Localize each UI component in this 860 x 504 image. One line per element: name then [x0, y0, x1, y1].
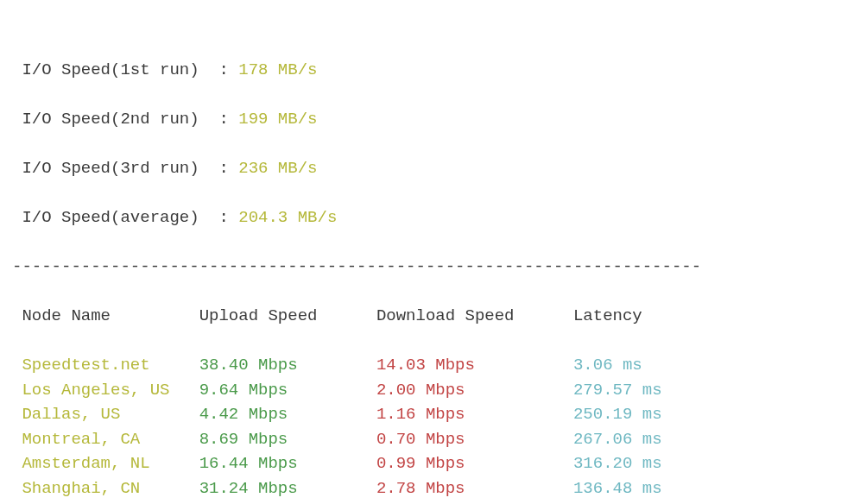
table-row: Dallas, US 4.42 Mbps 1.16 Mbps 250.19 ms — [12, 402, 848, 427]
download-speed: 0.99 Mbps — [376, 454, 573, 473]
latency: 136.48 ms — [573, 479, 662, 498]
node-name: Shanghai, CN — [12, 479, 199, 498]
latency: 250.19 ms — [573, 405, 662, 424]
io-speed-avg: I/O Speed(average) : 204.3 MB/s — [12, 205, 848, 230]
table-row: Los Angeles, US 9.64 Mbps 2.00 Mbps 279.… — [12, 378, 848, 403]
table-row: Chongqing, CN 0.39 Mbps 0.36 Mbps 214.68… — [12, 501, 848, 504]
header-upload: Upload Speed — [199, 306, 376, 325]
node-name: Speedtest.net — [12, 356, 199, 375]
download-speed: 2.78 Mbps — [376, 479, 573, 498]
download-speed: 14.03 Mbps — [376, 356, 573, 375]
download-speed: 0.70 Mbps — [376, 430, 573, 449]
io-speed-avg-label: I/O Speed(average) — [12, 208, 209, 227]
node-name: Dallas, US — [12, 405, 199, 424]
latency: 267.06 ms — [573, 430, 662, 449]
io-speed-run3-label: I/O Speed(3rd run) — [12, 159, 209, 178]
io-speed-run3: I/O Speed(3rd run) : 236 MB/s — [12, 156, 848, 181]
divider: ----------------------------------------… — [12, 255, 848, 280]
header-latency: Latency — [573, 306, 642, 325]
latency: 316.20 ms — [573, 454, 662, 473]
node-name: Montreal, CA — [12, 430, 199, 449]
latency: 279.57 ms — [573, 381, 662, 400]
table-row: Amsterdam, NL 16.44 Mbps 0.99 Mbps 316.2… — [12, 451, 848, 476]
latency: 3.06 ms — [573, 356, 642, 375]
upload-speed: 38.40 Mbps — [199, 356, 376, 375]
node-name: Amsterdam, NL — [12, 454, 199, 473]
table-body: Speedtest.net 38.40 Mbps 14.03 Mbps 3.06… — [12, 353, 848, 504]
io-speed-run1-value: 178 MB/s — [238, 60, 317, 79]
header-node: Node Name — [12, 306, 199, 325]
header-row: Node Name Upload Speed Download Speed La… — [12, 304, 848, 329]
download-speed: 1.16 Mbps — [376, 405, 573, 424]
header-download: Download Speed — [376, 306, 573, 325]
colon: : — [209, 60, 238, 79]
io-speed-run1: I/O Speed(1st run) : 178 MB/s — [12, 58, 848, 83]
upload-speed: 8.69 Mbps — [199, 430, 376, 449]
table-row: Shanghai, CN 31.24 Mbps 2.78 Mbps 136.48… — [12, 476, 848, 501]
io-speed-run1-label: I/O Speed(1st run) — [12, 60, 209, 79]
table-row: Montreal, CA 8.69 Mbps 0.70 Mbps 267.06 … — [12, 427, 848, 452]
download-speed: 2.00 Mbps — [376, 381, 573, 400]
node-name: Los Angeles, US — [12, 381, 199, 400]
upload-speed: 9.64 Mbps — [199, 381, 376, 400]
io-speed-run2-label: I/O Speed(2nd run) — [12, 110, 209, 129]
table-row: Speedtest.net 38.40 Mbps 14.03 Mbps 3.06… — [12, 353, 848, 378]
io-speed-run3-value: 236 MB/s — [238, 159, 317, 178]
colon: : — [209, 208, 238, 227]
upload-speed: 16.44 Mbps — [199, 454, 376, 473]
colon: : — [209, 110, 238, 129]
io-speed-run2: I/O Speed(2nd run) : 199 MB/s — [12, 107, 848, 132]
io-speed-run2-value: 199 MB/s — [238, 110, 317, 129]
io-speed-avg-value: 204.3 MB/s — [238, 208, 337, 227]
upload-speed: 4.42 Mbps — [199, 405, 376, 424]
colon: : — [209, 159, 238, 178]
upload-speed: 31.24 Mbps — [199, 479, 376, 498]
